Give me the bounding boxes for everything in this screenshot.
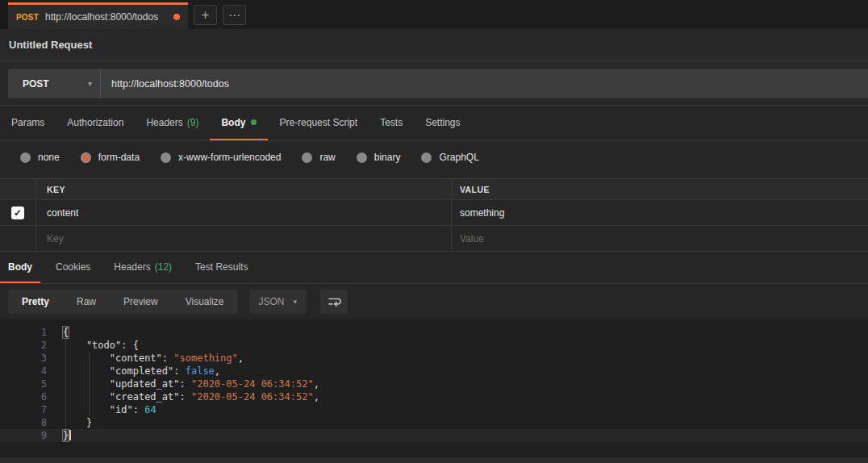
body-mode-row: none form-data x-www-form-urlencoded raw… bbox=[0, 141, 868, 173]
view-mode-group: Pretty Raw Preview Visualize bbox=[8, 290, 238, 314]
code-line: 4 "completed": false, bbox=[0, 365, 868, 377]
tab-label: Headers bbox=[146, 117, 182, 128]
url-row: POST ▾ http://localhost:8000/todos bbox=[0, 61, 868, 106]
line-number: 3 bbox=[0, 352, 47, 365]
tab-label: Headers bbox=[114, 261, 150, 273]
tab-label: Authorization bbox=[67, 117, 123, 128]
more-options-icon: ⋯ bbox=[228, 8, 240, 23]
response-tab-test-results[interactable]: Test Results bbox=[187, 252, 256, 283]
wrap-lines-button[interactable] bbox=[320, 290, 348, 314]
code-text: } bbox=[63, 416, 92, 429]
line-number: 4 bbox=[0, 365, 47, 377]
mode-label: raw bbox=[319, 152, 335, 163]
line-number: 9 bbox=[0, 429, 47, 442]
tab-label: Params bbox=[11, 117, 44, 128]
url-value: http://localhost:8000/todos bbox=[111, 78, 229, 90]
value-column-header: VALUE bbox=[452, 179, 868, 199]
view-mode-raw[interactable]: Raw bbox=[63, 290, 110, 314]
tab-bar-left-pad bbox=[0, 0, 8, 29]
mode-label: none bbox=[38, 152, 60, 163]
key-cell[interactable]: content bbox=[36, 200, 452, 225]
tab-bar: POST http://localhost:8000/todos + ⋯ bbox=[0, 0, 868, 29]
mode-label: GraphQL bbox=[439, 152, 478, 163]
view-mode-pretty[interactable]: Pretty bbox=[8, 290, 63, 314]
request-tab[interactable]: POST http://localhost:8000/todos bbox=[8, 2, 188, 29]
format-select[interactable]: JSON ▾ bbox=[249, 290, 307, 314]
tab-options-button[interactable]: ⋯ bbox=[223, 5, 246, 25]
form-data-table: KEY VALUE ✓ content something bbox=[0, 178, 868, 252]
tab-settings[interactable]: Settings bbox=[414, 106, 471, 140]
radio-icon bbox=[161, 152, 171, 163]
tab-label: Cookies bbox=[56, 261, 90, 273]
view-mode-label: Pretty bbox=[22, 296, 49, 307]
tab-label: Test Results bbox=[195, 261, 248, 273]
radio-icon bbox=[357, 152, 367, 163]
indent-guide bbox=[65, 339, 66, 429]
line-number: 5 bbox=[0, 377, 47, 390]
view-mode-label: Raw bbox=[77, 296, 96, 307]
tab-authorization[interactable]: Authorization bbox=[56, 106, 135, 140]
check-icon: ✓ bbox=[14, 207, 22, 219]
code-line: 8 } bbox=[0, 416, 868, 429]
key-input[interactable] bbox=[47, 233, 431, 244]
response-tab-body[interactable]: Body bbox=[0, 252, 40, 283]
code-text: "id": 64 bbox=[63, 403, 156, 416]
value-cell-text: something bbox=[460, 207, 504, 219]
code-line: 2 "todo": { bbox=[0, 339, 868, 352]
tab-body[interactable]: Body bbox=[210, 106, 268, 140]
method-select[interactable]: POST ▾ bbox=[8, 69, 101, 98]
mode-label: x-www-form-urlencoded bbox=[178, 152, 281, 163]
view-mode-preview[interactable]: Preview bbox=[110, 290, 172, 314]
mode-graphql[interactable]: GraphQL bbox=[421, 152, 478, 163]
code-text: { bbox=[63, 326, 69, 339]
format-label: JSON bbox=[259, 296, 285, 307]
body-present-dot-icon bbox=[251, 119, 257, 125]
value-cell[interactable]: something bbox=[452, 200, 868, 225]
key-header-label: KEY bbox=[47, 185, 65, 194]
tab-pre-request-script[interactable]: Pre-request Script bbox=[268, 106, 369, 140]
view-mode-label: Visualize bbox=[186, 296, 224, 307]
mode-binary[interactable]: binary bbox=[357, 152, 401, 163]
key-column-header: KEY bbox=[36, 179, 452, 199]
response-tab-cookies[interactable]: Cookies bbox=[48, 252, 98, 283]
line-number: 2 bbox=[0, 339, 47, 352]
tab-label: Body bbox=[221, 117, 245, 128]
mode-none[interactable]: none bbox=[20, 152, 60, 163]
code-text: "content": "something", bbox=[63, 352, 244, 365]
tab-tests[interactable]: Tests bbox=[369, 106, 414, 140]
unsaved-changes-dot-icon bbox=[173, 14, 180, 20]
value-input[interactable] bbox=[460, 233, 848, 244]
headers-count-badge: (9) bbox=[187, 117, 199, 128]
mode-raw[interactable]: raw bbox=[302, 152, 335, 163]
code-line: 5 "updated_at": "2020-05-24 06:34:52", bbox=[0, 377, 868, 390]
table-header-row: KEY VALUE bbox=[0, 179, 868, 200]
response-toolbar: Pretty Raw Preview Visualize JSON ▾ bbox=[0, 284, 868, 319]
new-tab-button[interactable]: + bbox=[194, 5, 217, 25]
mode-x-www-form-urlencoded[interactable]: x-www-form-urlencoded bbox=[161, 152, 281, 163]
code-text: "updated_at": "2020-05-24 06:34:52", bbox=[63, 377, 319, 390]
mode-label: binary bbox=[374, 152, 401, 163]
code-text: "created_at": "2020-05-24 06:34:52", bbox=[63, 390, 319, 403]
view-mode-visualize[interactable]: Visualize bbox=[172, 290, 238, 314]
row-checkbox[interactable]: ✓ bbox=[11, 206, 24, 219]
wrap-lines-icon bbox=[327, 294, 341, 309]
line-number: 6 bbox=[0, 390, 47, 403]
indent-guide bbox=[89, 352, 90, 416]
code-text: } bbox=[63, 429, 71, 442]
request-title[interactable]: Untitled Request bbox=[9, 39, 92, 51]
tab-headers[interactable]: Headers (9) bbox=[135, 106, 210, 140]
radio-selected-icon bbox=[81, 152, 91, 163]
response-tab-headers[interactable]: Headers (12) bbox=[106, 252, 180, 283]
plus-icon: + bbox=[202, 7, 210, 23]
code-line: 9} bbox=[0, 429, 868, 442]
url-input[interactable]: http://localhost:8000/todos bbox=[101, 69, 868, 98]
text-cursor bbox=[69, 430, 71, 440]
checkbox-column-header bbox=[0, 179, 36, 199]
tab-params[interactable]: Params bbox=[0, 106, 56, 140]
view-mode-label: Preview bbox=[123, 296, 158, 307]
code-text: "completed": false, bbox=[63, 365, 220, 377]
response-body-editor[interactable]: 1{2 "todo": {3 "content": "something",4 … bbox=[0, 319, 868, 457]
mode-form-data[interactable]: form-data bbox=[81, 152, 140, 163]
code-text: "todo": { bbox=[63, 339, 139, 352]
request-title-row: Untitled Request bbox=[0, 29, 868, 61]
